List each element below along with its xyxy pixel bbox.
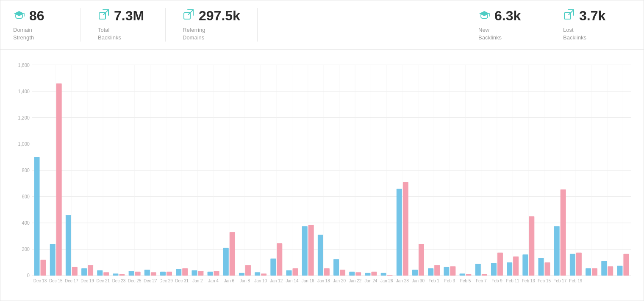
total-backlinks-label: TotalBacklinks [98,26,121,42]
svg-rect-101 [324,268,330,276]
external-link-icon-3 [563,8,575,23]
svg-rect-106 [365,273,370,276]
svg-text:Feb 3: Feb 3 [444,279,455,283]
svg-rect-121 [482,274,487,276]
svg-rect-78 [144,270,150,276]
svg-rect-89 [230,232,235,276]
svg-rect-119 [466,274,472,276]
svg-rect-135 [592,268,597,276]
svg-rect-139 [623,254,629,276]
svg-rect-73 [103,273,109,276]
svg-rect-92 [255,273,260,276]
graduation-cap-icon-2 [478,8,490,23]
svg-rect-134 [586,268,591,276]
svg-text:Dec 27: Dec 27 [144,279,157,283]
referring-domains-label: ReferringDomains [183,26,205,42]
new-backlinks-value: 6.3k [494,8,521,24]
svg-rect-128 [538,258,544,276]
svg-rect-100 [318,235,323,276]
svg-rect-74 [113,274,118,276]
svg-rect-84 [192,270,197,276]
lost-backlinks-label: LostBacklinks [563,26,586,42]
svg-rect-76 [129,271,134,276]
svg-text:Feb 15: Feb 15 [538,279,551,283]
svg-rect-130 [554,226,560,276]
svg-text:Jan 8: Jan 8 [240,279,250,283]
svg-rect-117 [450,267,455,276]
svg-rect-90 [239,273,244,276]
svg-text:Dec 21: Dec 21 [96,279,110,283]
svg-text:Jan 14: Jan 14 [286,279,299,283]
svg-rect-88 [223,248,229,276]
stats-row: 86 DomainStrength 7.3M TotalBacklinks [0,0,644,50]
svg-rect-113 [419,244,424,276]
svg-rect-118 [460,274,465,276]
referring-domains-value: 297.5k [199,8,240,24]
svg-rect-67 [56,84,62,276]
svg-rect-70 [81,268,87,276]
svg-rect-66 [50,244,56,276]
svg-rect-133 [576,253,582,276]
svg-text:Jan 26: Jan 26 [380,279,393,283]
svg-text:Feb 11: Feb 11 [506,279,519,283]
svg-rect-86 [208,272,213,276]
svg-text:Feb 7: Feb 7 [476,279,487,283]
svg-text:1,400: 1,400 [18,89,29,94]
svg-rect-103 [340,270,345,276]
svg-rect-91 [245,265,251,276]
svg-rect-97 [292,268,298,276]
svg-text:Feb 5: Feb 5 [460,279,471,283]
svg-text:800: 800 [22,168,30,173]
svg-rect-104 [349,272,355,276]
svg-rect-68 [66,215,71,276]
svg-text:Feb 9: Feb 9 [491,279,502,283]
svg-text:1,200: 1,200 [18,115,29,120]
svg-text:Jan 20: Jan 20 [333,279,346,283]
svg-text:Dec 31: Dec 31 [175,279,189,283]
svg-rect-75 [119,274,125,276]
svg-rect-98 [302,226,308,276]
svg-rect-64 [34,157,40,276]
svg-text:Feb 13: Feb 13 [522,279,535,283]
svg-text:Dec 15: Dec 15 [49,279,63,283]
svg-text:Jan 30: Jan 30 [412,279,425,283]
graduation-cap-icon [13,8,25,23]
external-link-icon-1 [98,8,110,23]
svg-rect-120 [475,264,481,276]
svg-rect-108 [381,273,386,276]
svg-rect-87 [214,271,219,276]
domain-strength-value: 86 [29,8,44,24]
svg-text:Dec 17: Dec 17 [65,279,78,283]
svg-rect-126 [522,255,528,276]
svg-rect-137 [608,267,613,276]
svg-rect-77 [135,272,141,276]
svg-rect-95 [277,243,282,276]
svg-rect-80 [160,272,166,276]
svg-rect-138 [617,266,622,276]
svg-rect-129 [544,262,550,276]
svg-rect-109 [387,275,393,276]
svg-rect-82 [176,269,181,276]
svg-text:Jan 18: Jan 18 [317,279,330,283]
stat-new-backlinks: 6.3k NewBacklinks [478,8,546,42]
svg-rect-94 [270,259,276,276]
svg-rect-125 [513,256,519,276]
svg-text:Dec 29: Dec 29 [159,279,173,283]
svg-rect-105 [355,273,361,276]
svg-rect-124 [507,262,512,276]
svg-text:Dec 13: Dec 13 [33,279,47,283]
svg-text:Jan 6: Jan 6 [224,279,235,283]
svg-rect-79 [151,273,156,276]
svg-rect-96 [286,270,292,276]
svg-rect-102 [333,259,339,276]
total-backlinks-value: 7.3M [114,8,144,24]
svg-rect-107 [371,272,377,276]
svg-rect-85 [198,271,203,276]
svg-rect-114 [428,268,433,276]
domain-strength-label: DomainStrength [13,26,34,42]
svg-text:Jan 28: Jan 28 [396,279,409,283]
stat-lost-backlinks: 3.7k LostBacklinks [563,8,631,42]
stat-referring-domains: 297.5k ReferringDomains [183,8,258,42]
svg-text:Jan 24: Jan 24 [364,279,377,283]
svg-rect-65 [40,260,46,276]
